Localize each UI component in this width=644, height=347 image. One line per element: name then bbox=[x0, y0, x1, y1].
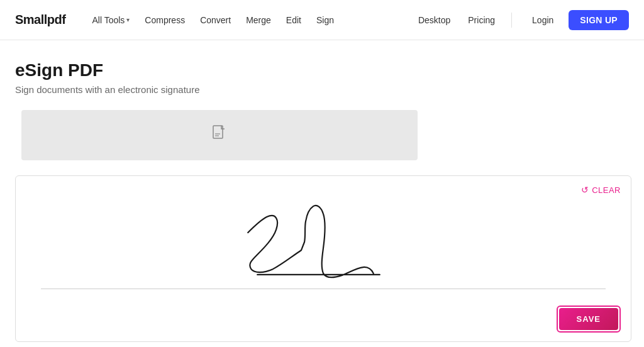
nav-edit[interactable]: Edit bbox=[280, 11, 308, 29]
chevron-down-icon: ▾ bbox=[126, 16, 130, 23]
page-subtitle: Sign documents with an electronic signat… bbox=[15, 84, 551, 95]
signature-panel: ↺ CLEAR SAVE bbox=[15, 175, 631, 342]
file-icon bbox=[213, 125, 226, 145]
nav-convert[interactable]: Convert bbox=[194, 11, 237, 29]
page-title: eSign PDF bbox=[15, 60, 551, 80]
login-button[interactable]: Login bbox=[522, 11, 564, 29]
nav-sign[interactable]: Sign bbox=[310, 11, 340, 29]
main-nav: All Tools ▾ Compress Convert Merge Edit … bbox=[86, 11, 411, 29]
nav-divider bbox=[511, 13, 512, 28]
right-nav: Desktop Pricing Login SIGN UP bbox=[412, 10, 629, 30]
signup-button[interactable]: SIGN UP bbox=[569, 10, 629, 30]
save-button[interactable]: SAVE bbox=[559, 308, 618, 330]
signature-baseline bbox=[41, 289, 606, 289]
save-row: SAVE bbox=[16, 302, 631, 341]
upload-area[interactable] bbox=[21, 110, 418, 160]
nav-merge[interactable]: Merge bbox=[240, 11, 277, 29]
logo[interactable]: Smallpdf bbox=[15, 13, 65, 27]
nav-compress[interactable]: Compress bbox=[138, 11, 191, 29]
nav-desktop[interactable]: Desktop bbox=[412, 11, 457, 29]
signature-svg bbox=[16, 176, 631, 302]
nav-all-tools[interactable]: All Tools ▾ bbox=[86, 11, 136, 29]
signature-canvas[interactable] bbox=[16, 176, 631, 302]
nav-pricing[interactable]: Pricing bbox=[462, 11, 501, 29]
save-button-wrapper: SAVE bbox=[557, 306, 621, 333]
